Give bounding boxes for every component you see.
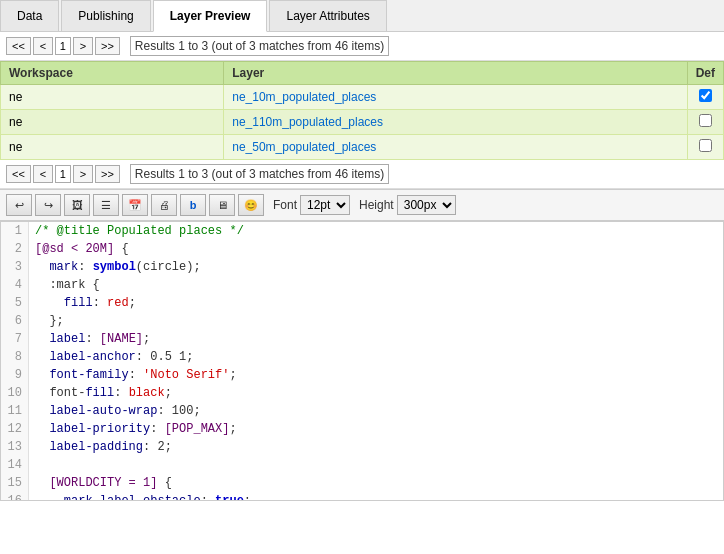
last-page-button[interactable]: >> xyxy=(95,37,120,55)
code-line: 13 label-padding: 2; xyxy=(1,438,723,456)
line-number: 6 xyxy=(1,312,29,330)
editor-toolbar: ↩ ↪ 🖼 ☰ 📅 🖨 b 🖥 😊 Font 10pt 11pt 12pt 14… xyxy=(0,189,724,221)
code-line: 8 label-anchor: 0.5 1; xyxy=(1,348,723,366)
line-content: label: [NAME]; xyxy=(29,330,150,348)
height-select[interactable]: 200px 250px 300px 400px 500px xyxy=(397,195,456,215)
code-line: 1/* @title Populated places */ xyxy=(1,222,723,240)
layers-table: Workspace Layer Def ne ne_10m_populated_… xyxy=(0,61,724,160)
toolbar-btn-monitor[interactable]: 🖥 xyxy=(209,194,235,216)
default-checkbox[interactable] xyxy=(699,114,712,127)
font-size-select[interactable]: 10pt 11pt 12pt 14pt 16pt xyxy=(300,195,350,215)
toolbar-btn-emoji[interactable]: 😊 xyxy=(238,194,264,216)
line-content: [WORLDCITY = 1] { xyxy=(29,474,172,492)
code-line: 2[@sd < 20M] { xyxy=(1,240,723,258)
current-page: 1 xyxy=(55,37,71,55)
line-content: /* @title Populated places */ xyxy=(29,222,244,240)
line-content: }; xyxy=(29,312,64,330)
line-content: mark: symbol(circle); xyxy=(29,258,201,276)
first-page-button-bottom[interactable]: << xyxy=(6,165,31,183)
code-line: 5 fill: red; xyxy=(1,294,723,312)
toolbar-btn-print[interactable]: 🖨 xyxy=(151,194,177,216)
line-content: label-priority: [POP_MAX]; xyxy=(29,420,237,438)
code-line: 4 :mark { xyxy=(1,276,723,294)
workspace-cell: ne xyxy=(1,85,224,110)
line-number: 13 xyxy=(1,438,29,456)
line-number: 9 xyxy=(1,366,29,384)
table-row: ne ne_10m_populated_places xyxy=(1,85,724,110)
default-checkbox-cell[interactable] xyxy=(687,85,723,110)
toolbar-btn-image[interactable]: 🖼 xyxy=(64,194,90,216)
height-label: Height xyxy=(359,198,394,212)
current-page-bottom: 1 xyxy=(55,165,71,183)
code-line: 16 mark-label-obstacle: true; xyxy=(1,492,723,501)
table-header-row: Workspace Layer Def xyxy=(1,62,724,85)
code-line: 7 label: [NAME]; xyxy=(1,330,723,348)
line-number: 15 xyxy=(1,474,29,492)
pagination-info-bottom: Results 1 to 3 (out of 3 matches from 46… xyxy=(130,164,389,184)
line-number: 11 xyxy=(1,402,29,420)
def-header: Def xyxy=(687,62,723,85)
table-row: ne ne_50m_populated_places xyxy=(1,135,724,160)
code-line: 9 font-family: 'Noto Serif'; xyxy=(1,366,723,384)
code-line: 10 font-fill: black; xyxy=(1,384,723,402)
tab-data[interactable]: Data xyxy=(0,0,59,31)
layer-name-cell[interactable]: ne_10m_populated_places xyxy=(224,85,687,110)
line-number: 2 xyxy=(1,240,29,258)
toolbar-btn-undo[interactable]: ↩ xyxy=(6,194,32,216)
next-page-button[interactable]: > xyxy=(73,37,93,55)
pagination-top: << < 1 > >> Results 1 to 3 (out of 3 mat… xyxy=(0,32,724,61)
font-label: Font xyxy=(273,198,297,212)
default-checkbox-cell[interactable] xyxy=(687,110,723,135)
code-line: 3 mark: symbol(circle); xyxy=(1,258,723,276)
line-number: 3 xyxy=(1,258,29,276)
line-content: font-family: 'Noto Serif'; xyxy=(29,366,237,384)
next-page-button-bottom[interactable]: > xyxy=(73,165,93,183)
line-content: font-fill: black; xyxy=(29,384,172,402)
code-editor[interactable]: 1/* @title Populated places */2[@sd < 20… xyxy=(0,221,724,501)
toolbar-btn-list[interactable]: ☰ xyxy=(93,194,119,216)
line-number: 14 xyxy=(1,456,29,474)
workspace-cell: ne xyxy=(1,110,224,135)
first-page-button[interactable]: << xyxy=(6,37,31,55)
line-number: 7 xyxy=(1,330,29,348)
line-content: label-anchor: 0.5 1; xyxy=(29,348,193,366)
tab-layer-preview[interactable]: Layer Preview xyxy=(153,0,268,32)
line-number: 5 xyxy=(1,294,29,312)
tab-bar: Data Publishing Layer Preview Layer Attr… xyxy=(0,0,724,32)
line-number: 16 xyxy=(1,492,29,501)
code-line: 6 }; xyxy=(1,312,723,330)
default-checkbox-cell[interactable] xyxy=(687,135,723,160)
pagination-bottom: << < 1 > >> Results 1 to 3 (out of 3 mat… xyxy=(0,160,724,189)
line-content: label-padding: 2; xyxy=(29,438,172,456)
prev-page-button[interactable]: < xyxy=(33,37,53,55)
code-line: 11 label-auto-wrap: 100; xyxy=(1,402,723,420)
layer-header: Layer xyxy=(224,62,687,85)
line-content xyxy=(29,456,42,474)
workspace-header: Workspace xyxy=(1,62,224,85)
line-content: [@sd < 20M] { xyxy=(29,240,129,258)
workspace-cell: ne xyxy=(1,135,224,160)
line-content: :mark { xyxy=(29,276,100,294)
default-checkbox[interactable] xyxy=(699,139,712,152)
line-content: fill: red; xyxy=(29,294,136,312)
toolbar-btn-calendar[interactable]: 📅 xyxy=(122,194,148,216)
pagination-info: Results 1 to 3 (out of 3 matches from 46… xyxy=(130,36,389,56)
line-content: label-auto-wrap: 100; xyxy=(29,402,201,420)
toolbar-btn-text[interactable]: b xyxy=(180,194,206,216)
toolbar-btn-redo[interactable]: ↪ xyxy=(35,194,61,216)
line-number: 4 xyxy=(1,276,29,294)
layer-name-cell[interactable]: ne_110m_populated_places xyxy=(224,110,687,135)
default-checkbox[interactable] xyxy=(699,89,712,102)
prev-page-button-bottom[interactable]: < xyxy=(33,165,53,183)
line-number: 10 xyxy=(1,384,29,402)
code-line: 14 xyxy=(1,456,723,474)
code-line: 12 label-priority: [POP_MAX]; xyxy=(1,420,723,438)
tab-publishing[interactable]: Publishing xyxy=(61,0,150,31)
tab-layer-attributes[interactable]: Layer Attributes xyxy=(269,0,386,31)
table-row: ne ne_110m_populated_places xyxy=(1,110,724,135)
line-number: 12 xyxy=(1,420,29,438)
line-number: 8 xyxy=(1,348,29,366)
layer-name-cell[interactable]: ne_50m_populated_places xyxy=(224,135,687,160)
last-page-button-bottom[interactable]: >> xyxy=(95,165,120,183)
code-line: 15 [WORLDCITY = 1] { xyxy=(1,474,723,492)
